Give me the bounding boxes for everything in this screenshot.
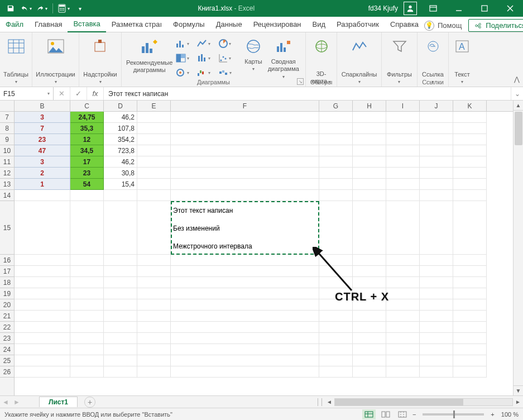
cells-area[interactable]: 324,7546,2 735,3107,8 2312354,2 4734,572… [15,112,513,395]
svg-rect-44 [198,73,199,76]
annotation-label: CTRL + X [335,290,389,303]
group-filters[interactable]: Фильтры▾ [382,32,418,87]
tab-insert[interactable]: Вставка [68,17,105,32]
svg-rect-34 [198,56,200,61]
col-D[interactable]: D [104,101,137,111]
chart-pie-button[interactable]: ▾ [217,38,233,49]
group-sparklines[interactable]: Спарклайны▾ [337,32,382,87]
tab-view[interactable]: Вид [307,17,332,32]
chart-line-button[interactable]: ▾ [196,38,212,49]
text-icon: A [453,37,472,56]
svg-rect-53 [284,47,286,52]
cancel-formula-button[interactable]: ✕ [54,87,70,100]
addins-icon [91,37,110,56]
col-E[interactable]: E [137,101,171,111]
tab-developer[interactable]: Разработчик [331,17,385,32]
vertical-scrollbar[interactable]: ▲ ▼ [513,101,523,395]
close-button[interactable] [497,0,523,17]
hscroll-right-button[interactable]: ► [513,399,523,405]
svg-rect-47 [219,71,222,74]
chart-waterfall-button[interactable]: ▾ [196,67,212,78]
view-pagebreak-button[interactable] [396,409,409,419]
chart-stat-button[interactable]: ▾ [196,52,212,64]
scroll-up-button[interactable]: ▲ [514,101,523,111]
tab-formulas[interactable]: Формулы [167,17,210,32]
recommended-charts-button[interactable]: Рекомендуемыедиаграммы [126,35,172,74]
svg-point-21 [51,42,54,45]
calc-options-button[interactable]: ▾ [56,1,71,16]
title-bar: ▾ ▾ ▾ ▾ Книга1.xlsx - Excel fd34 Kjufy [0,0,523,17]
chart-bar-button[interactable]: ▾ [175,38,190,49]
group-text[interactable]: A Текст▾ [449,32,476,87]
svg-rect-65 [382,412,385,417]
add-sheet-button[interactable]: + [84,397,95,408]
group-tours: 3D-карта ▾ Обзоры [306,32,337,87]
col-F[interactable]: F [171,101,319,111]
save-button[interactable] [3,1,18,16]
svg-rect-24 [142,46,145,53]
name-box[interactable]: F15▾ [0,87,54,100]
zoom-out-button[interactable]: − [412,411,416,418]
expand-formula-button[interactable]: ⌄ [511,87,523,100]
maximize-button[interactable] [472,0,497,17]
tab-review[interactable]: Рецензирован [248,17,307,32]
collapse-ribbon-button[interactable]: ⋀ [514,75,520,83]
split-handle[interactable] [318,398,322,406]
fx-button[interactable]: fx [87,87,104,100]
tab-help[interactable]: Справка [385,17,424,32]
tab-data[interactable]: Данные [210,17,248,32]
sheet-nav-next[interactable]: ► [11,398,22,406]
enter-formula-button[interactable]: ✓ [70,87,87,100]
group-illustrations[interactable]: Иллюстрации▾ [32,32,79,87]
worksheet-grid[interactable]: B C D E F G H I J K 7891011121314 15 161… [0,101,523,395]
tab-file[interactable]: Файл [0,17,29,32]
zoom-level[interactable]: 100 % [501,411,519,418]
col-G[interactable]: G [319,101,353,111]
col-I[interactable]: I [386,101,420,111]
group-tables[interactable]: Таблицы▾ [0,32,32,87]
chart-scatter-button[interactable]: ▾ [217,52,233,64]
col-H[interactable]: H [353,101,386,111]
share-button[interactable]: Поделиться [468,19,523,32]
col-C[interactable]: C [70,101,104,111]
hscroll-left-button[interactable]: ◄ [324,399,334,405]
formula-input[interactable]: Этот текст написан [104,87,511,100]
col-J[interactable]: J [420,101,453,111]
scroll-down-button[interactable]: ▼ [514,385,523,395]
sheet-nav-prev[interactable]: ◄ [0,398,11,406]
group-links: Ссылка▾ Ссылки [418,32,449,87]
select-all-corner[interactable] [0,101,15,112]
column-headers[interactable]: B C D E F G H I J K [15,101,513,112]
chart-hier-button[interactable]: ▾ [175,52,190,64]
chart-surface-button[interactable]: ▾ [217,67,233,78]
col-K[interactable]: K [453,101,487,111]
col-B[interactable]: B [15,101,70,111]
zoom-in-button[interactable]: + [491,411,494,418]
view-pagelayout-button[interactable] [379,409,392,419]
tell-me-icon[interactable]: 💡 [424,21,434,31]
window-title: Книга1.xlsx - Excel [90,4,363,12]
zoom-slider[interactable] [423,413,484,416]
tell-me-label[interactable]: Помощ [438,21,462,30]
minimize-button[interactable] [446,0,472,17]
user-name[interactable]: fd34 Kjufy [363,4,404,12]
tab-home[interactable]: Главная [29,17,68,32]
avatar-icon[interactable] [404,2,417,15]
row-headers[interactable]: 7891011121314 15 1617181920212223242526 [0,112,15,395]
svg-rect-54 [287,41,290,44]
redo-button[interactable]: ▾ [35,1,49,16]
view-normal-button[interactable] [362,409,376,419]
chart-combo-button[interactable]: ▾ [175,67,190,78]
hscroll-thumb[interactable] [335,399,463,405]
qat-customize-button[interactable]: ▾ [72,1,87,16]
maps-button[interactable]: Карты▾ [241,35,266,73]
sheet-tab[interactable]: Лист1 [39,397,78,407]
pivotchart-button[interactable]: Своднаядиаграмма ▾ [266,35,301,80]
cut-marquee [171,201,319,255]
vscroll-thumb[interactable] [515,112,522,145]
ribbon-display-button[interactable] [420,0,446,17]
group-addins[interactable]: Надстройки▾ [79,32,122,87]
horizontal-scrollbar[interactable]: ◄ ► [318,396,523,408]
undo-button[interactable]: ▾ [19,1,33,16]
tab-pagelayout[interactable]: Разметка страı [106,17,167,32]
